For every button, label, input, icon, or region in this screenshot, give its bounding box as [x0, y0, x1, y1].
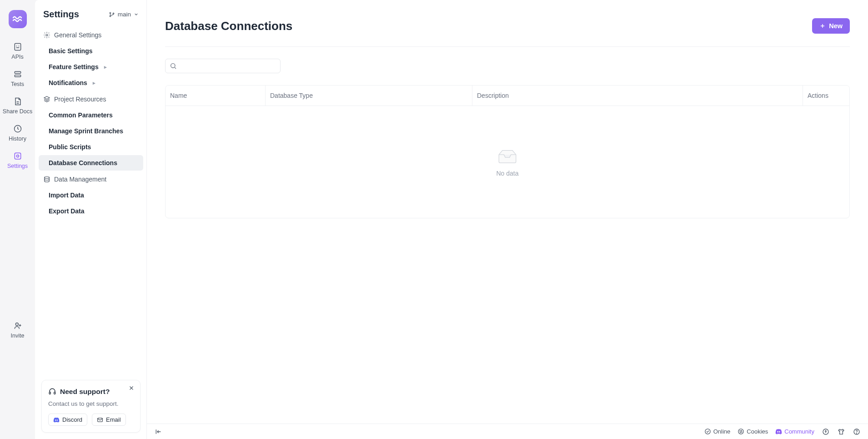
apis-icon [13, 42, 23, 52]
help-button[interactable] [853, 428, 861, 436]
col-actions: Actions [803, 86, 849, 106]
section-label: Project Resources [54, 96, 106, 103]
rail-label: Tests [11, 81, 24, 87]
divider [165, 46, 850, 47]
svg-point-5 [16, 155, 19, 157]
invite-icon [13, 321, 23, 331]
section-label: General Settings [54, 31, 101, 39]
nav-section-general: General Settings [39, 27, 143, 43]
footer-community[interactable]: Community [775, 428, 814, 435]
support-card: Need support? Contact us to get support.… [41, 380, 140, 433]
svg-point-9 [113, 13, 114, 14]
svg-point-15 [171, 64, 175, 68]
support-subtitle: Contact us to get support. [48, 400, 134, 407]
svg-point-19 [741, 430, 742, 431]
svg-rect-13 [54, 392, 55, 394]
main-content: Database Connections New Name Database T… [147, 0, 868, 439]
search-icon [170, 62, 177, 70]
help-icon [853, 428, 860, 435]
rail-item-tests[interactable]: Tests [0, 69, 35, 87]
connections-table: Name Database Type Description Actions N… [165, 85, 850, 218]
app-logo[interactable] [9, 10, 27, 28]
discord-button[interactable]: Discord [48, 414, 87, 426]
svg-point-6 [15, 323, 18, 326]
rail-label: History [9, 136, 26, 142]
settings-title: Settings [43, 9, 79, 20]
nav-public-scripts[interactable]: Public Scripts [39, 139, 143, 155]
empty-text: No data [496, 170, 518, 177]
nav-section-data-management: Data Management [39, 171, 143, 187]
plus-icon [819, 23, 826, 29]
svg-point-24 [856, 433, 857, 433]
collapse-sidebar-button[interactable] [154, 428, 162, 436]
history-icon [13, 124, 23, 134]
settings-sidebar: Settings main General Settings Basic Set… [35, 0, 147, 439]
page-title: Database Connections [165, 19, 292, 33]
col-description: Description [472, 86, 803, 106]
svg-point-7 [110, 12, 111, 14]
status-bar: Online Cookies Community [147, 424, 868, 439]
nav-notifications[interactable]: Notifications▸ [39, 75, 143, 91]
nav-basic-settings[interactable]: Basic Settings [39, 43, 143, 59]
svg-rect-12 [49, 392, 50, 394]
section-label: Data Management [54, 176, 106, 183]
close-icon [128, 385, 135, 391]
status-online[interactable]: Online [704, 428, 731, 435]
search-input[interactable] [165, 59, 281, 73]
rail-label: Share Docs [3, 108, 32, 115]
nav-feature-settings[interactable]: Feature Settings▸ [39, 59, 143, 75]
rail-item-history[interactable]: History [0, 124, 35, 142]
rail-item-apis[interactable]: APIs [0, 42, 35, 60]
svg-rect-2 [15, 75, 20, 77]
branch-icon [109, 11, 115, 18]
svg-point-11 [45, 177, 50, 178]
upload-icon [822, 428, 829, 435]
cookie-icon [738, 428, 744, 435]
search-wrap [165, 59, 281, 73]
nav-import-data[interactable]: Import Data [39, 187, 143, 203]
discord-icon [53, 417, 60, 423]
branch-selector[interactable]: main [109, 11, 139, 18]
headset-icon [48, 388, 56, 396]
email-icon [97, 417, 103, 423]
tests-icon [13, 69, 23, 79]
col-name: Name [166, 86, 266, 106]
layers-icon [43, 96, 50, 103]
svg-rect-1 [15, 71, 20, 73]
chevron-right-icon: ▸ [104, 64, 107, 70]
close-button[interactable] [127, 384, 135, 392]
settings-icon [13, 151, 23, 161]
discord-icon [775, 428, 782, 435]
shirt-button[interactable] [837, 428, 845, 436]
nav-common-parameters[interactable]: Common Parameters [39, 107, 143, 123]
svg-rect-0 [15, 44, 20, 50]
nav-database-connections[interactable]: Database Connections [39, 155, 143, 171]
footer-cookies[interactable]: Cookies [738, 428, 768, 435]
rail-item-settings[interactable]: Settings [0, 151, 35, 169]
empty-state: No data [166, 106, 849, 218]
rail-label: Invite [11, 333, 25, 339]
chevron-right-icon: ▸ [93, 80, 95, 86]
rail-label: APIs [11, 54, 23, 60]
svg-point-21 [742, 432, 742, 432]
database-icon [43, 176, 50, 183]
svg-rect-4 [15, 153, 20, 159]
rail-item-invite[interactable]: Invite [0, 321, 35, 339]
email-button[interactable]: Email [92, 414, 126, 426]
table-header: Name Database Type Description Actions [166, 86, 849, 106]
nav-section-project-resources: Project Resources [39, 91, 143, 107]
left-rail: APIs Tests Share Docs History Settings [0, 0, 35, 439]
share-docs-icon [13, 96, 23, 106]
svg-point-20 [740, 432, 741, 433]
new-button[interactable]: New [812, 18, 850, 34]
svg-point-18 [740, 431, 740, 431]
col-database-type: Database Type [266, 86, 472, 106]
nav-export-data[interactable]: Export Data [39, 203, 143, 219]
gear-icon [43, 31, 50, 39]
rail-item-share-docs[interactable]: Share Docs [0, 96, 35, 115]
svg-point-8 [110, 15, 111, 17]
support-title: Need support? [60, 388, 110, 396]
check-circle-icon [704, 428, 711, 435]
nav-manage-sprint-branches[interactable]: Manage Sprint Branches [39, 123, 143, 139]
upload-button[interactable] [822, 428, 830, 436]
